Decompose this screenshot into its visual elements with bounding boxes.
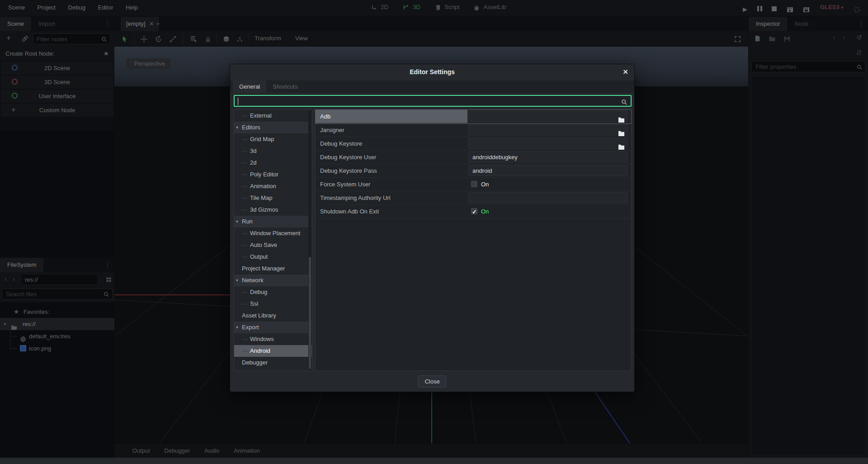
tree-section-run[interactable]: ▾Run xyxy=(234,216,312,227)
tree-item-android[interactable]: Android xyxy=(234,345,312,357)
tree-section-editors[interactable]: ▾Editors xyxy=(234,122,312,133)
tree-item-ssl[interactable]: Ssl xyxy=(234,298,312,310)
checkbox-unchecked[interactable] xyxy=(471,181,477,187)
tab-shortcuts[interactable]: Shortcuts xyxy=(266,80,304,93)
tree-section-export[interactable]: ▾Export xyxy=(234,322,312,333)
tree-item-debugger[interactable]: Debugger xyxy=(234,357,312,369)
property-row-debug-keystore-user[interactable]: Debug Keystore User androiddebugkey xyxy=(316,151,631,164)
settings-tree: External ▾Editors Grid Map 3d 2d Poly Ed… xyxy=(234,109,312,371)
tree-item-grid-map[interactable]: Grid Map xyxy=(234,133,312,145)
tree-item-external[interactable]: External xyxy=(234,110,312,122)
chevron-down-icon: ▾ xyxy=(236,216,238,227)
search-icon xyxy=(621,98,627,105)
dialog-title: Editor Settings xyxy=(230,64,634,80)
close-icon[interactable]: × xyxy=(623,67,628,77)
property-row-debug-keystore[interactable]: Debug Keystore xyxy=(316,137,631,151)
property-row-force-system-user[interactable]: Force System User On xyxy=(316,178,631,191)
tree-item-output[interactable]: Output xyxy=(234,251,312,263)
tree-item-debug[interactable]: Debug xyxy=(234,286,312,298)
tree-item-animation[interactable]: Animation xyxy=(234,180,312,192)
chevron-down-icon: ▾ xyxy=(236,122,238,133)
file-path-field[interactable] xyxy=(468,124,627,135)
tree-item-windows[interactable]: Windows xyxy=(234,333,312,345)
file-path-field[interactable] xyxy=(468,111,627,122)
chevron-down-icon: ▾ xyxy=(236,322,238,333)
property-row-adb[interactable]: Adb xyxy=(316,110,631,123)
text-field[interactable]: android xyxy=(468,165,627,176)
godot-editor-window: Scene Project Debug Editor Help 2D 3D Sc… xyxy=(0,0,868,464)
close-button[interactable]: Close xyxy=(418,375,446,388)
tree-section-network[interactable]: ▾Network xyxy=(234,275,312,286)
tree-item-project-manager[interactable]: Project Manager xyxy=(234,263,312,275)
settings-properties: Adb Jarsigner Debug Keystore xyxy=(315,109,632,371)
tree-item-poly-editor[interactable]: Poly Editor xyxy=(234,169,312,180)
tree-item-window-placement[interactable]: Window Placement xyxy=(234,227,312,239)
tree-item-asset-library[interactable]: Asset Library xyxy=(234,310,312,322)
tree-item-3d[interactable]: 3d xyxy=(234,145,312,157)
text-caret xyxy=(238,98,238,105)
property-row-debug-keystore-pass[interactable]: Debug Keystore Pass android xyxy=(316,164,631,178)
property-row-jarsigner[interactable]: Jarsigner xyxy=(316,123,631,137)
dialog-tabs: GeneralShortcuts xyxy=(230,80,634,93)
tree-item-2d[interactable]: 2d xyxy=(234,157,312,169)
checkbox-checked[interactable] xyxy=(471,208,477,214)
text-field[interactable] xyxy=(468,192,627,203)
property-row-timestamping-authority-url[interactable]: Timestamping Authority Url xyxy=(316,191,631,205)
dialog-footer: Close xyxy=(230,371,634,393)
chevron-down-icon: ▾ xyxy=(236,275,238,286)
tree-item-auto-save[interactable]: Auto Save xyxy=(234,239,312,251)
tree-item-tile-map[interactable]: Tile Map xyxy=(234,192,312,204)
tab-general[interactable]: General xyxy=(233,80,266,93)
scrollbar-thumb[interactable] xyxy=(309,257,311,369)
settings-search-box[interactable] xyxy=(234,95,632,107)
property-row-shutdown-adb-on-exit[interactable]: Shutdown Adb On Exit On xyxy=(316,205,631,218)
editor-settings-dialog: Editor Settings × GeneralShortcuts Exter… xyxy=(230,64,635,392)
text-field[interactable]: androiddebugkey xyxy=(468,152,627,162)
scrollbar[interactable] xyxy=(308,110,311,370)
dialog-body: External ▾Editors Grid Map 3d 2d Poly Ed… xyxy=(230,109,634,371)
tree-item-3d-gizmos[interactable]: 3d Gizmos xyxy=(234,204,312,216)
file-path-field[interactable] xyxy=(468,138,627,149)
